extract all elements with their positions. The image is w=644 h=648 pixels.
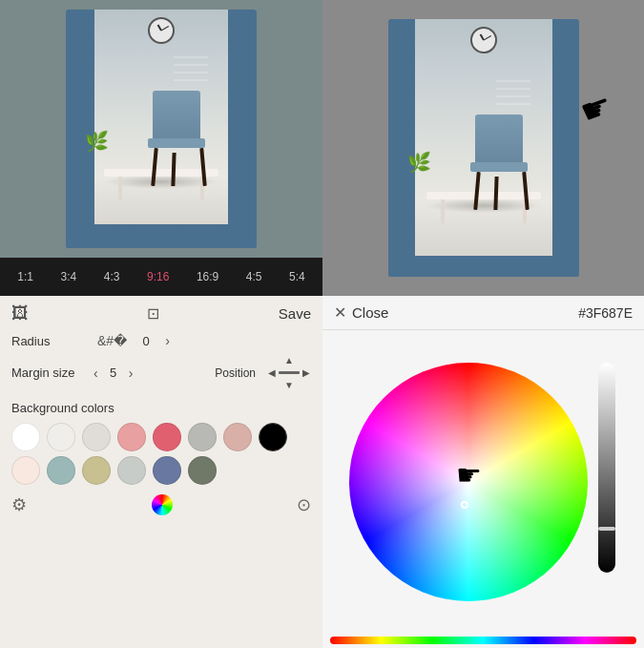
brightness-slider[interactable] — [598, 363, 615, 573]
hand-cursor-right: ☛ — [575, 85, 617, 133]
radius-row: Radius &#� 0 › — [11, 333, 311, 348]
color-wheel-container[interactable]: ☛ — [349, 363, 588, 601]
position-down[interactable]: ▼ — [283, 379, 295, 391]
color-picker-header: ✕ Close #3F687E — [322, 296, 644, 330]
hex-color-value[interactable]: #3F687E — [578, 305, 633, 321]
wall-clock — [148, 17, 175, 44]
position-label: Position — [215, 366, 256, 380]
left-room-image: 🌿 — [66, 10, 257, 248]
wall-clock-right — [470, 27, 497, 53]
position-controls: Position ▲ ◀ ▶ ▼ — [215, 354, 311, 391]
position-left[interactable]: ◀ — [267, 366, 277, 379]
close-label: Close — [352, 304, 388, 321]
color-swatch-black[interactable] — [259, 423, 287, 451]
color-swatch-light-pink[interactable] — [117, 423, 146, 451]
color-swatch-white[interactable] — [11, 423, 40, 451]
color-swatch-khaki[interactable] — [82, 456, 111, 485]
color-swatch-light-gray[interactable] — [82, 423, 111, 451]
controls-panel: 🖼 ⊡ Save Radius &#� 0 › Margin size ‹ 5 … — [0, 296, 322, 648]
color-picker-body: ☛ — [322, 330, 644, 633]
blue-panel-right — [228, 10, 257, 248]
ratio-bar: 1:1 3:4 4:3 9:16 16:9 4:5 5:4 — [0, 258, 322, 296]
chair — [138, 91, 215, 186]
slider-thumb — [598, 527, 615, 531]
save-button[interactable]: Save — [279, 305, 311, 322]
ratio-5-4[interactable]: 5:4 — [285, 268, 309, 285]
margin-increase[interactable]: › — [127, 366, 135, 381]
colors-section-title: Background colors — [11, 401, 311, 415]
settings-icon[interactable]: ⚙ — [11, 494, 27, 515]
wheel-hand-cursor: ☛ — [456, 458, 482, 491]
crop-icon: ⊡ — [147, 304, 159, 323]
blue-panel-bottom — [66, 224, 257, 248]
panel-header: 🖼 ⊡ Save — [11, 303, 311, 324]
image-icon: 🖼 — [11, 303, 29, 324]
margin-value: 5 — [104, 366, 123, 380]
margin-label: Margin size — [11, 366, 88, 380]
close-button[interactable]: ✕ Close — [334, 303, 388, 322]
color-swatch-teal-light[interactable] — [47, 456, 75, 485]
hue-slider-container — [322, 633, 644, 648]
radius-value: 0 — [136, 334, 156, 348]
ratio-1-1[interactable]: 1:1 — [13, 268, 37, 285]
radius-decrease[interactable]: &#� — [95, 333, 129, 348]
ratio-3-4[interactable]: 3:4 — [57, 268, 81, 285]
chair-right — [461, 115, 537, 210]
left-image-area: 🌿 — [0, 0, 322, 258]
color-grid — [11, 423, 311, 485]
right-room-image: 🌿 — [388, 19, 579, 277]
brightness-slider-container — [595, 363, 618, 601]
top-left-panel: 🌿 1:1 — [0, 0, 322, 296]
color-wheel[interactable]: ☛ — [349, 363, 588, 601]
close-x-icon: ✕ — [334, 303, 346, 322]
ratio-9-16[interactable]: 9:16 — [143, 268, 173, 285]
main-container: 🌿 1:1 — [0, 0, 644, 648]
color-swatch-silver[interactable] — [117, 456, 146, 485]
position-up[interactable]: ▲ — [283, 354, 295, 366]
ratio-4-3[interactable]: 4:3 — [100, 268, 124, 285]
color-swatch-gray[interactable] — [188, 423, 217, 451]
plant-right: 🌿 — [407, 151, 431, 174]
wheel-selector-dot — [461, 501, 468, 509]
color-swatch-off-white[interactable] — [47, 423, 75, 451]
plant: 🌿 — [85, 130, 109, 153]
top-right-panel: 🌿 ☛ — [322, 0, 644, 296]
color-swatch-slate-blue[interactable] — [153, 456, 181, 485]
blue-panel-left — [66, 10, 94, 248]
margin-position-row: Margin size ‹ 5 › Position ▲ ◀ ▶ ▼ — [11, 354, 311, 391]
position-right[interactable]: ▶ — [301, 366, 311, 379]
color-swatch-olive-gray[interactable] — [188, 456, 217, 485]
instagram-icon[interactable]: ⊙ — [297, 494, 311, 515]
color-palette-icon[interactable] — [152, 494, 173, 515]
margin-decrease[interactable]: ‹ — [92, 366, 100, 381]
radius-label: Radius — [11, 334, 88, 348]
radius-increase[interactable]: › — [163, 333, 172, 348]
color-swatch-mauve[interactable] — [223, 423, 252, 451]
position-mid-bar — [279, 371, 300, 374]
hue-slider[interactable] — [330, 637, 636, 644]
color-swatch-peach-white[interactable] — [11, 456, 40, 485]
margin-controls: Margin size ‹ 5 › — [11, 366, 135, 381]
color-swatch-pink-red[interactable] — [153, 423, 181, 451]
panel-footer: ⚙ ⊙ — [11, 494, 311, 515]
color-picker-panel: ✕ Close #3F687E ☛ — [322, 296, 644, 648]
ratio-16-9[interactable]: 16:9 — [193, 268, 222, 285]
ratio-4-5[interactable]: 4:5 — [242, 268, 266, 285]
